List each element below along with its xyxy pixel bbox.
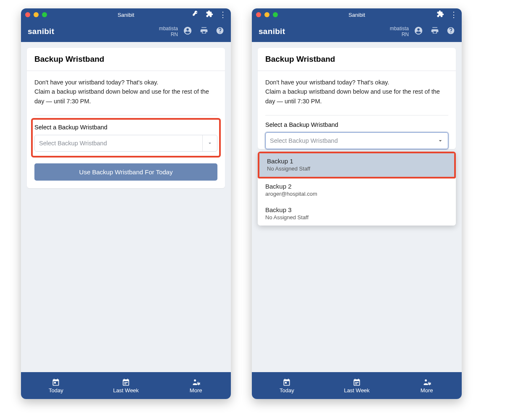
wristband-select[interactable]: Select Backup Wristband (265, 132, 448, 149)
nav-today[interactable]: Today (21, 372, 91, 399)
nav-more[interactable]: More (161, 372, 231, 399)
dropdown-option-backup1[interactable]: Backup 1 No Assigned Staff (259, 153, 454, 177)
app-header: sanibit mbatista RN (21, 21, 231, 42)
backup-wristband-card: Backup Wristband Don't have your wristba… (27, 48, 225, 188)
content-area: Backup Wristband Don't have your wristba… (21, 42, 231, 372)
nav-today[interactable]: Today (252, 372, 322, 399)
print-icon[interactable] (431, 26, 439, 37)
select-label: Select a Backup Wristband (265, 121, 448, 128)
user-info: mbatista RN (390, 26, 409, 38)
user-name: mbatista (390, 26, 409, 32)
card-description: Don't have your wristband today? That's … (258, 71, 456, 109)
user-role: RN (390, 32, 409, 37)
option-subtitle: No Assigned Staff (265, 214, 448, 220)
window-title: Sanibit (252, 12, 462, 18)
help-icon[interactable] (216, 26, 224, 37)
option-subtitle: aroger@hospital.com (265, 191, 448, 197)
card-body-line2: Claim a backup wristband down below and … (265, 87, 448, 106)
chevron-down-icon (433, 133, 444, 149)
nav-today-label: Today (280, 387, 294, 394)
use-backup-button[interactable]: Use Backup Wristband For Today (34, 163, 217, 181)
help-icon[interactable] (447, 26, 455, 37)
content-area: Backup Wristband Don't have your wristba… (252, 42, 462, 372)
user-name: mbatista (159, 26, 178, 32)
select-section: Select a Backup Wristband Select Backup … (258, 116, 456, 149)
option-title: Backup 1 (267, 158, 447, 165)
divider (34, 115, 217, 116)
select-placeholder: Select Backup Wristband (270, 137, 338, 144)
brand-logo: sanibit (28, 27, 54, 36)
option-subtitle: No Assigned Staff (267, 165, 447, 172)
select-placeholder: Select Backup Wristband (39, 140, 107, 147)
nav-more[interactable]: More (392, 372, 462, 399)
bottom-nav: Today Last Week More (252, 372, 462, 399)
dropdown-option-backup2[interactable]: Backup 2 aroger@hospital.com (258, 178, 456, 202)
app-window-open: Sanibit ⋮ sanibit mbatista RN Backup Wri… (252, 8, 462, 399)
window-titlebar: Sanibit ⋮ (21, 8, 231, 21)
card-title: Backup Wristband (27, 48, 225, 71)
user-info: mbatista RN (159, 26, 178, 38)
account-icon[interactable] (414, 26, 423, 37)
brand-logo: sanibit (259, 27, 285, 36)
nav-more-label: More (190, 387, 202, 394)
card-description: Don't have your wristband today? That's … (27, 71, 225, 109)
window-titlebar: Sanibit ⋮ (252, 8, 462, 21)
nav-lastweek-label: Last Week (344, 387, 369, 394)
card-title: Backup Wristband (258, 48, 456, 71)
nav-today-label: Today (49, 387, 63, 394)
app-header: sanibit mbatista RN (252, 21, 462, 42)
nav-lastweek[interactable]: Last Week (322, 372, 392, 399)
user-role: RN (159, 32, 178, 37)
option-title: Backup 3 (265, 206, 448, 213)
backup-wristband-card: Backup Wristband Don't have your wristba… (258, 48, 456, 149)
annotation-highlight: Backup 1 No Assigned Staff (258, 152, 456, 178)
app-window-closed: Sanibit ⋮ sanibit mbatista RN Backup Wri… (21, 8, 231, 399)
chevron-down-icon (202, 135, 213, 151)
card-body-line1: Don't have your wristband today? That's … (34, 78, 217, 87)
dropdown-option-backup3[interactable]: Backup 3 No Assigned Staff (258, 202, 456, 226)
annotation-highlight: Select a Backup Wristband Select Backup … (31, 118, 221, 158)
card-body-line2: Claim a backup wristband down below and … (34, 87, 217, 106)
nav-lastweek[interactable]: Last Week (91, 372, 161, 399)
nav-lastweek-label: Last Week (113, 387, 139, 394)
account-icon[interactable] (183, 26, 192, 37)
wristband-dropdown: Backup 1 No Assigned Staff Backup 2 arog… (258, 152, 456, 226)
wristband-select[interactable]: Select Backup Wristband (34, 135, 217, 152)
print-icon[interactable] (200, 26, 208, 37)
option-title: Backup 2 (265, 183, 448, 190)
select-label: Select a Backup Wristband (34, 124, 217, 131)
nav-more-label: More (421, 387, 433, 394)
window-title: Sanibit (21, 12, 231, 18)
bottom-nav: Today Last Week More (21, 372, 231, 399)
card-body-line1: Don't have your wristband today? That's … (265, 78, 448, 87)
